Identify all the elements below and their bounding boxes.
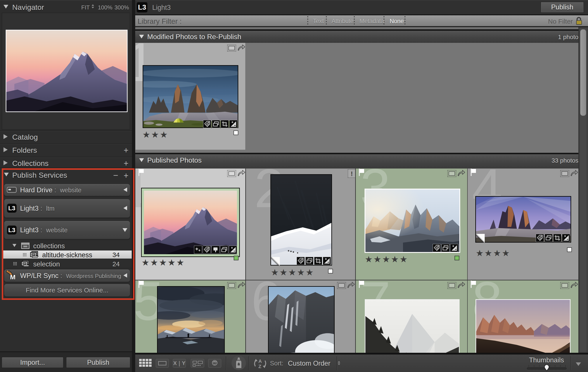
svg-text:Z: Z xyxy=(258,364,261,369)
svg-text:A: A xyxy=(258,359,262,364)
